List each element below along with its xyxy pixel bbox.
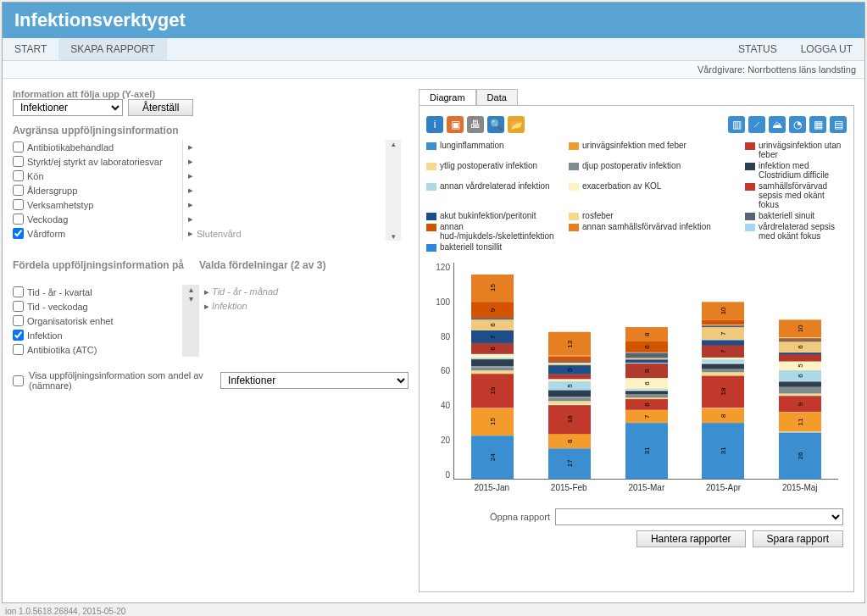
folder-icon[interactable]: 📂	[508, 116, 525, 133]
x-tick: 2015-Mar	[628, 483, 664, 500]
chevron-right-icon: ▸	[204, 286, 209, 297]
filter-flyout[interactable]: ▸	[182, 140, 386, 154]
subtab-diagram[interactable]: Diagram	[419, 89, 476, 105]
legend-item: lunginflammation	[426, 140, 562, 160]
spara-rapport-button[interactable]: Spara rapport	[753, 530, 843, 547]
other-chart-icon[interactable]: ▤	[830, 116, 847, 133]
filter-checkbox[interactable]	[13, 170, 24, 181]
filter-label: Vårdform	[27, 229, 65, 239]
filter-flyout[interactable]: ▸ Slutenvård	[182, 226, 386, 241]
filter-label: Antibiotikabehandlad	[27, 142, 114, 153]
distrib-checkbox[interactable]	[13, 330, 24, 341]
tab-skapa-rapport[interactable]: SKAPA RAPPORT	[58, 38, 167, 60]
chevron-up-icon: ▴	[392, 140, 396, 148]
hantera-rapporter-button[interactable]: Hantera rapporter	[636, 530, 746, 547]
bar-segment: 7	[702, 345, 744, 358]
bar-segment: 5	[548, 365, 591, 375]
legend-label: urinvägsinfektion utan feber	[759, 141, 847, 159]
distrib-option: Organisatorisk enhet	[13, 314, 182, 328]
legend-label: akut bukinfektion/peritonit	[440, 211, 536, 220]
chevron-up-icon: ▴	[189, 285, 193, 294]
filter-checkbox[interactable]	[13, 214, 24, 225]
legend-label: annan vårdrelaterad infektion	[440, 181, 550, 191]
filter-row: Antibiotikabehandlad	[13, 140, 182, 154]
chevron-down-icon: ▾	[189, 294, 193, 303]
x-tick: 2015-Maj	[782, 483, 818, 500]
andel-checkbox[interactable]	[13, 375, 24, 386]
filter-flyout[interactable]: ▸	[182, 169, 386, 183]
subtab-data[interactable]: Data	[476, 89, 518, 105]
legend-swatch	[569, 213, 579, 220]
legend-label: infektion med Clostridium difficile	[759, 161, 847, 180]
zoom-icon[interactable]: 🔍	[487, 116, 504, 133]
filter-checkbox[interactable]	[13, 185, 24, 196]
bar-segment	[702, 319, 744, 325]
bar-segment	[548, 401, 591, 404]
filter-checkbox[interactable]	[13, 228, 24, 239]
scroll-handle[interactable]: ▴ ▾	[182, 285, 199, 357]
legend-swatch	[426, 142, 436, 150]
filter-label: Styrkt/ej styrkt av laboratoriesvar	[27, 157, 163, 167]
bar-segment: 6	[779, 341, 821, 352]
filter-checkbox[interactable]	[13, 199, 24, 210]
filter-flyout[interactable]: ▸	[182, 183, 386, 197]
bar-segment	[548, 390, 591, 397]
yaxis-select[interactable]: Infektioner	[13, 99, 123, 116]
distrib-selected-item[interactable]: ▸ Tid - år - månad	[199, 285, 403, 299]
stackedbar-icon[interactable]: ▦	[809, 116, 826, 133]
menubar: START SKAPA RAPPORT STATUS LOGGA UT	[3, 38, 864, 61]
tab-status[interactable]: STATUS	[726, 38, 789, 60]
bar-segment: 5	[548, 381, 591, 391]
legend-item: akut bukinfektion/peritonit	[426, 210, 562, 221]
yaxis-label: Information att följa upp (Y-axel)	[13, 89, 408, 99]
export-icon[interactable]: ▣	[447, 116, 464, 133]
bar-segment: 10	[779, 319, 821, 337]
filter-flyout[interactable]: ▸	[182, 154, 386, 169]
filter-flyout[interactable]: ▸	[182, 212, 386, 226]
barchart-icon[interactable]: ▥	[728, 116, 745, 133]
y-tick: 120	[430, 263, 450, 272]
filter-row: Kön	[13, 169, 182, 183]
bar-segment	[702, 372, 744, 375]
legend-swatch	[426, 163, 436, 170]
bar-segment	[702, 363, 744, 369]
print-icon[interactable]: 🖶	[467, 116, 484, 133]
distrib-checkbox[interactable]	[13, 301, 24, 312]
reset-button[interactable]: Återställ	[128, 99, 193, 116]
legend-item: annan hud-/mjukdels-/skelettinfektion	[426, 221, 562, 241]
bar-segment	[702, 369, 744, 372]
distrib-selected-item[interactable]: ▸ Infektion	[199, 299, 403, 314]
areachart-icon[interactable]: ⛰	[769, 116, 786, 133]
filter-row: Veckodag	[13, 212, 182, 226]
piechart-icon[interactable]: ◔	[789, 116, 806, 133]
distrib-checkbox[interactable]	[13, 315, 24, 326]
legend-swatch	[745, 163, 755, 170]
open-report-select[interactable]	[555, 508, 843, 525]
filter-flyout[interactable]: ▸	[182, 197, 386, 212]
filter-label: Kön	[27, 171, 44, 181]
legend-swatch	[426, 213, 436, 220]
tab-logout[interactable]: LOGGA UT	[789, 38, 864, 60]
legend-item: exacerbation av KOL	[569, 180, 738, 210]
bar-segment: 8	[702, 408, 744, 423]
filter-checkbox[interactable]	[13, 142, 24, 153]
bar: 178165513	[548, 332, 591, 479]
info-icon[interactable]: i	[426, 116, 443, 133]
y-tick: 100	[430, 297, 450, 307]
bar-segment	[625, 397, 668, 399]
filter-checkbox[interactable]	[13, 156, 24, 167]
filter-row: Åldersgrupp	[13, 183, 182, 197]
linechart-icon[interactable]: ⟋	[748, 116, 765, 133]
andel-select[interactable]: Infektioner	[220, 372, 408, 389]
distrib-checkbox[interactable]	[13, 286, 24, 297]
bar-segment: 6	[471, 343, 514, 354]
filter-scrollbar[interactable]: ▴▾	[386, 140, 401, 241]
legend-label: urinvägsinfektion med feber	[582, 141, 686, 150]
tab-start[interactable]: START	[3, 38, 58, 60]
legend-item: djup postoperativ infektion	[569, 160, 738, 180]
distrib-checkbox[interactable]	[13, 344, 24, 355]
bar-segment	[548, 374, 591, 379]
filter-label: Veckodag	[27, 214, 68, 225]
bar-segment	[779, 386, 821, 394]
bar-segment	[548, 356, 591, 361]
